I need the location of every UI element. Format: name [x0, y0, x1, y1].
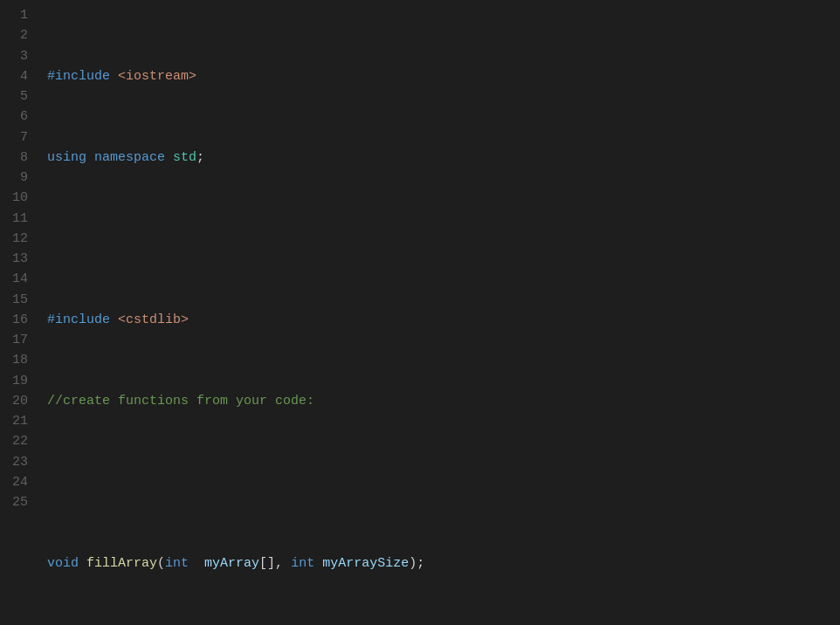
ln-12: 12 — [7, 229, 28, 249]
ln-4: 4 — [7, 66, 28, 86]
code-line-3 — [47, 229, 840, 249]
ln-14: 14 — [7, 269, 28, 289]
code-line-1: #include <iostream> — [47, 66, 840, 86]
ln-24: 24 — [7, 472, 28, 492]
ln-6: 6 — [7, 106, 28, 127]
ln-8: 8 — [7, 148, 28, 168]
code-content[interactable]: #include <iostream> using namespace std;… — [40, 3, 840, 625]
ln-19: 19 — [7, 371, 28, 391]
ln-1: 1 — [7, 5, 28, 25]
ln-17: 17 — [7, 330, 28, 350]
code-editor: 1 2 3 4 5 6 7 8 9 10 11 12 13 14 15 16 1… — [0, 0, 840, 625]
ln-5: 5 — [7, 86, 28, 106]
ln-16: 16 — [7, 310, 28, 330]
ln-3: 3 — [7, 46, 28, 66]
ln-2: 2 — [7, 25, 28, 45]
ln-18: 18 — [7, 350, 28, 370]
ln-23: 23 — [7, 452, 28, 472]
code-line-7: void fillArray(int myArray[], int myArra… — [47, 553, 840, 573]
ln-11: 11 — [7, 209, 28, 229]
ln-13: 13 — [7, 249, 28, 269]
ln-21: 21 — [7, 411, 28, 431]
ln-7: 7 — [7, 127, 28, 148]
line-numbers: 1 2 3 4 5 6 7 8 9 10 11 12 13 14 15 16 1… — [0, 3, 40, 625]
code-line-4: #include <cstdlib> — [47, 310, 840, 330]
ln-22: 22 — [7, 431, 28, 451]
ln-9: 9 — [7, 168, 28, 188]
code-line-6 — [47, 472, 840, 492]
ln-25: 25 — [7, 492, 28, 512]
ln-20: 20 — [7, 391, 28, 411]
ln-15: 15 — [7, 290, 28, 310]
ln-10: 10 — [7, 188, 28, 208]
code-line-5: //create functions from your code: — [47, 391, 840, 411]
code-line-2: using namespace std; — [47, 148, 840, 168]
